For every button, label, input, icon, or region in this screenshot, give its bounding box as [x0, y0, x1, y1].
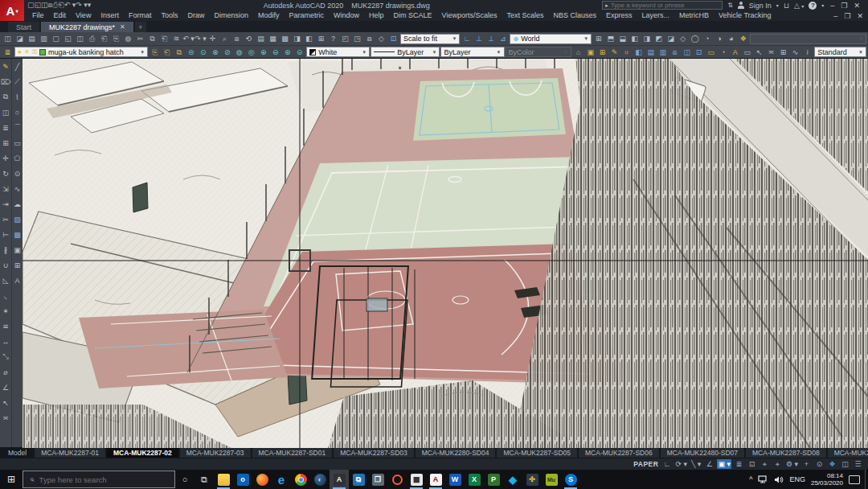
insert-block-icon[interactable]: ▣ — [584, 47, 596, 58]
zoom-scale-combo[interactable]: Scale to fit▼ — [400, 34, 460, 44]
exchange-apps-icon[interactable]: ⇅ — [727, 2, 733, 9]
text-style-icon[interactable]: A — [729, 47, 741, 58]
viewport-clip-icon[interactable]: ⧇ — [363, 33, 375, 44]
menu-item[interactable]: Window — [329, 10, 364, 21]
ucs-icon[interactable]: ∟ — [461, 33, 473, 44]
move-icon[interactable]: ✛ — [1, 150, 11, 166]
project-button[interactable]: P — [484, 470, 503, 489]
taskbar-search-box[interactable]: ⌕ — [23, 471, 175, 488]
explode-icon[interactable]: ✶ — [1, 303, 11, 318]
cut-clip-icon[interactable]: ✂ — [134, 33, 146, 44]
plot-icon[interactable]: ⎙ — [86, 33, 98, 44]
mleader-icon[interactable]: ↖ — [1, 395, 11, 410]
language-indicator[interactable]: ENG — [789, 475, 805, 483]
zoom-realtime-icon[interactable]: ⌕ — [219, 33, 231, 44]
lineweight-combo[interactable]: ByLayer▼ — [440, 47, 504, 57]
revcloud-icon[interactable]: ◔ — [717, 47, 729, 58]
menu-item[interactable]: Vehicle Tracking — [714, 10, 776, 21]
insert-block-icon[interactable]: ▣ — [12, 242, 23, 257]
ucs-icon-toggle-icon[interactable]: ⊞ — [592, 33, 604, 44]
ortho-icon[interactable]: ∠ — [704, 459, 714, 469]
app-store-cart-icon[interactable]: ⊔ — [784, 2, 789, 10]
word-button[interactable]: W — [445, 470, 465, 489]
visual-conceptual-icon[interactable]: ◑ — [713, 33, 725, 44]
layer-isolate-icon[interactable]: ◍ — [233, 47, 245, 58]
rotate-icon[interactable]: ↻ — [1, 166, 11, 181]
open-icon[interactable]: ◱ — [35, 0, 42, 10]
virtual-machine-button[interactable]: ❐ — [368, 470, 387, 489]
stretch-icon[interactable]: ⇥ — [1, 196, 11, 212]
quickcalc-icon[interactable]: ⊞ — [315, 33, 327, 44]
visual-hidden-icon[interactable]: ◔ — [701, 33, 713, 44]
chrome-button[interactable] — [291, 470, 310, 489]
mtext-icon[interactable]: ▭ — [741, 47, 753, 58]
doc-restore-button[interactable]: ❐ — [844, 12, 850, 20]
properties-icon[interactable]: ▤ — [255, 33, 267, 44]
doc-minimize-button[interactable]: – — [833, 12, 837, 20]
array-icon[interactable]: ⊞ — [1, 135, 11, 150]
polygon-icon[interactable]: ⬠ — [12, 150, 23, 166]
menu-item[interactable]: Format — [124, 10, 157, 21]
help-icon[interactable]: ? — [327, 33, 339, 44]
action-center-icon[interactable] — [849, 475, 860, 484]
pedit-icon[interactable]: ∿ — [789, 47, 801, 58]
batch-plot-icon[interactable]: ▥ — [38, 33, 50, 44]
menu-item[interactable]: Tools — [156, 10, 182, 21]
close-button[interactable]: ✕ — [854, 2, 860, 10]
edge-button[interactable]: e — [272, 470, 291, 489]
menu-item[interactable]: Edit — [49, 10, 72, 21]
mirror-icon[interactable]: ◫ — [1, 105, 11, 120]
layer-new-icon[interactable]: ⎗ — [161, 47, 173, 58]
selection-cycling-icon[interactable]: ⊡ — [747, 459, 757, 469]
ucs-combo[interactable]: ⊕ World▼ — [510, 34, 592, 44]
layout-new-icon[interactable]: ◫ — [2, 33, 14, 44]
minimize-button[interactable]: – — [830, 2, 834, 10]
table-icon[interactable]: ⊞ — [12, 257, 23, 273]
layer-match-icon[interactable]: ⊜ — [185, 47, 197, 58]
file-explorer-button[interactable] — [214, 470, 233, 489]
qsave-icon[interactable]: ◫ — [41, 0, 48, 10]
plot-style-combo[interactable]: ByColor▼ — [506, 47, 572, 57]
restore-button[interactable]: ❐ — [841, 2, 847, 10]
isolate-objects-icon[interactable]: ⊙ — [814, 459, 825, 469]
layout-tab[interactable]: MCA-MUK2287-01 — [35, 448, 105, 458]
layout-tab[interactable]: MCA-MUK2287-03 — [180, 448, 251, 458]
new-file-icon[interactable]: ▢ — [50, 33, 62, 44]
zoom-previous-icon[interactable]: ⟲ — [243, 33, 255, 44]
autoscale-icon[interactable]: ⌖ — [772, 459, 783, 469]
customize-icon[interactable]: ☰ — [853, 459, 863, 469]
ucs-origin-icon[interactable]: ⊿ — [497, 33, 509, 44]
dim-linear-icon[interactable]: ↔ — [1, 334, 11, 349]
wipeout-icon[interactable]: ▭ — [705, 47, 717, 58]
layout-tab[interactable]: MCA-MUK2287-SD03 — [334, 448, 414, 458]
edit-attribute-icon[interactable]: ⌗ — [620, 47, 633, 58]
xref-attach-icon[interactable]: ⧈ — [669, 47, 681, 58]
layer-off-icon[interactable]: ⊖ — [269, 47, 281, 58]
menu-item[interactable]: Insert — [96, 10, 124, 21]
tab-document[interactable]: MUK2287 drawings* ✕ — [41, 22, 133, 32]
layer-translate-icon[interactable]: ⧉ — [173, 47, 185, 58]
layer-merge-icon[interactable]: ⊝ — [293, 47, 305, 58]
layout-tab[interactable]: MCA-MUK2287-SD01 — [252, 448, 333, 458]
render-icon[interactable]: ❖ — [737, 33, 749, 44]
sign-in-caret-icon[interactable]: ▾ — [776, 2, 779, 8]
open-file-icon[interactable]: ◱ — [62, 33, 74, 44]
menu-item[interactable]: MetricHB — [674, 10, 714, 21]
designcenter-icon[interactable]: ▦ — [267, 33, 279, 44]
erase-icon[interactable]: ⌦ — [1, 74, 11, 89]
redo-icon[interactable]: ↷ ▾ — [76, 0, 88, 10]
layout-tab[interactable]: MCA-MUK2287-SD05 — [497, 448, 577, 458]
dim-radius-icon[interactable]: ⌀ — [1, 364, 11, 380]
menu-item[interactable]: NBS Clauses — [548, 10, 601, 21]
drawing-viewport[interactable] — [23, 59, 868, 448]
dim-aligned-icon[interactable]: ⤡ — [1, 349, 11, 364]
excel-button[interactable]: X — [465, 470, 484, 489]
plus-icon[interactable]: + — [801, 459, 812, 469]
view-top-icon[interactable]: ⬒ — [604, 33, 616, 44]
define-attributes-icon[interactable]: ✎ — [608, 47, 620, 58]
arc-icon[interactable]: ⌒ — [12, 120, 23, 135]
publish-icon[interactable]: ⎘ — [110, 33, 122, 44]
osnap-icon[interactable]: ▣ ▾ — [717, 459, 731, 469]
viewport-named-icon[interactable]: ◳ — [351, 33, 363, 44]
trim-icon[interactable]: ✂ — [1, 212, 11, 227]
